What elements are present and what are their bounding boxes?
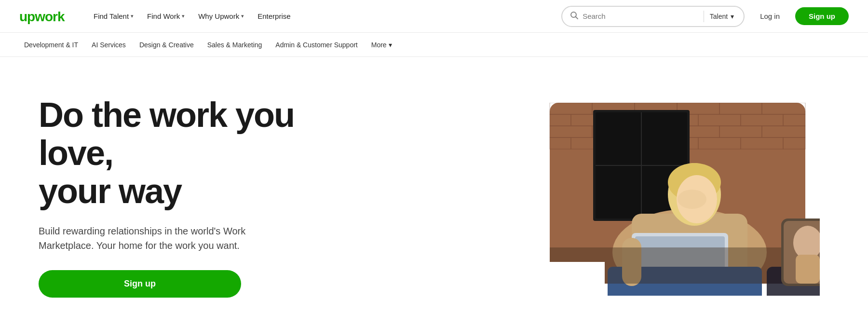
sec-nav-ai-services[interactable]: AI Services — [87, 38, 131, 52]
hero-illustration — [535, 103, 820, 296]
chevron-down-icon: ▾ — [731, 13, 734, 20]
hero-image — [535, 103, 820, 291]
sec-nav-design-creative[interactable]: Design & Creative — [135, 38, 199, 52]
main-nav: Find Talent ▾ Find Work ▾ Why Upwork ▾ E… — [88, 8, 297, 24]
login-button[interactable]: Log in — [752, 8, 787, 24]
search-icon — [570, 11, 579, 22]
header-left: upwork Find Talent ▾ Find Work ▾ Why Upw… — [19, 8, 297, 25]
signup-button-header[interactable]: Sign up — [795, 7, 849, 25]
svg-rect-54 — [796, 255, 820, 284]
nav-find-talent[interactable]: Find Talent ▾ — [88, 8, 139, 24]
logo[interactable]: upwork — [19, 8, 72, 25]
nav-enterprise[interactable]: Enterprise — [252, 8, 296, 24]
svg-line-2 — [576, 16, 578, 19]
signup-button-hero[interactable]: Sign up — [39, 270, 241, 298]
secondary-nav: Development & IT AI Services Design & Cr… — [0, 33, 868, 57]
sec-nav-dev-it[interactable]: Development & IT — [19, 38, 83, 52]
chevron-down-icon: ▾ — [389, 41, 392, 49]
search-bar: Talent ▾ — [561, 6, 745, 27]
svg-text:upwork: upwork — [19, 9, 65, 24]
hero-subtitle: Build rewarding relationships in the wor… — [39, 224, 270, 253]
svg-rect-49 — [549, 262, 593, 296]
chevron-down-icon: ▾ — [182, 13, 185, 19]
sec-nav-more[interactable]: More ▾ — [366, 38, 397, 52]
hero-content: Do the work you love, your way Build rew… — [39, 96, 328, 298]
sec-nav-admin-support[interactable]: Admin & Customer Support — [271, 38, 362, 52]
search-input[interactable] — [583, 12, 700, 20]
header: upwork Find Talent ▾ Find Work ▾ Why Upw… — [0, 0, 868, 33]
chevron-down-icon: ▾ — [131, 13, 134, 19]
chevron-down-icon: ▾ — [241, 13, 244, 19]
nav-why-upwork[interactable]: Why Upwork ▾ — [192, 8, 250, 24]
hero-title: Do the work you love, your way — [39, 96, 328, 211]
header-right: Talent ▾ Log in Sign up — [561, 6, 849, 27]
hero-section: Do the work you love, your way Build rew… — [0, 57, 868, 327]
search-divider — [704, 11, 704, 22]
talent-selector[interactable]: Talent ▾ — [708, 13, 736, 20]
sec-nav-sales-marketing[interactable]: Sales & Marketing — [203, 38, 267, 52]
nav-find-work[interactable]: Find Work ▾ — [141, 8, 190, 24]
svg-point-39 — [678, 190, 706, 209]
